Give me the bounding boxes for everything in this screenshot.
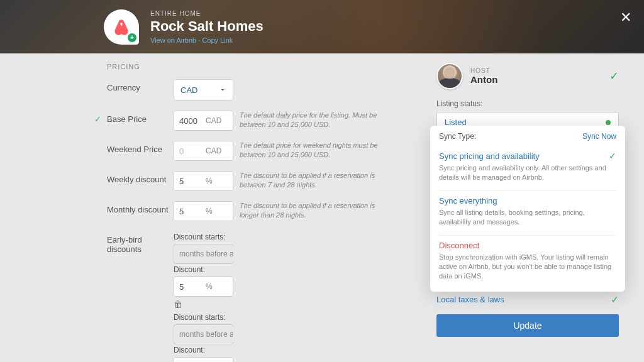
monthly-discount-label: Monthly discount xyxy=(97,201,174,214)
header-links: View on Airbnb · Copy Link xyxy=(150,36,264,44)
base-price-row: Base Price CAD The default daily price f… xyxy=(107,111,418,131)
base-price-label: Base Price xyxy=(97,111,174,124)
discount-starts-label-0: Discount starts: xyxy=(174,233,418,241)
base-price-input-group: CAD xyxy=(174,111,233,131)
host-avatar xyxy=(436,63,463,89)
early-bird-discount-group-1: % xyxy=(174,357,233,362)
discount-label-0: Discount: xyxy=(174,265,418,274)
host-label: HOST xyxy=(470,67,497,74)
early-bird-discount-group-0: % xyxy=(174,277,233,297)
early-bird-item-0: Discount starts: months before arrival D… xyxy=(174,233,418,309)
currency-label: Currency xyxy=(97,79,174,92)
sidebar-panel: HOST Anton ✓ Listing status: Listed Sync… xyxy=(436,63,644,362)
weekend-price-input[interactable] xyxy=(174,146,206,156)
currency-select[interactable]: CAD xyxy=(174,79,233,101)
status-dot-icon xyxy=(606,120,611,125)
host-name: Anton xyxy=(470,74,497,85)
base-price-suffix: CAD xyxy=(206,116,226,125)
weekend-price-row: Weekend Price CAD The default price for … xyxy=(107,141,418,161)
weekly-discount-suffix: % xyxy=(206,177,218,185)
close-icon[interactable]: ✕ xyxy=(620,9,631,26)
sync-type-popup: Sync Type: Sync Now Sync pricing and ava… xyxy=(430,126,625,292)
taxes-link-row: Local taxes & laws ✓ xyxy=(436,293,619,305)
host-block: HOST Anton ✓ xyxy=(436,63,619,89)
update-button[interactable]: Update xyxy=(436,314,619,337)
local-taxes-link[interactable]: Local taxes & laws xyxy=(436,295,504,304)
discount-starts-input-0[interactable]: months before arrival xyxy=(174,244,233,264)
weekly-discount-input[interactable] xyxy=(174,177,206,186)
early-bird-row: Early-bird discounts Discount starts: mo… xyxy=(107,231,418,362)
discount-starts-label-1: Discount starts: xyxy=(174,313,418,322)
header-text: ENTIRE HOME Rock Salt Homes View on Airb… xyxy=(150,10,264,44)
airbnb-icon xyxy=(113,18,130,36)
sync-option-pricing[interactable]: Sync pricing and availability✓ Sync pric… xyxy=(439,146,616,191)
weekend-price-suffix: CAD xyxy=(206,146,226,155)
content-area: PRICING Currency CAD Base Price CAD The … xyxy=(0,53,644,362)
check-icon: ✓ xyxy=(609,69,619,83)
monthly-discount-hint: The discount to be applied if a reservat… xyxy=(240,201,391,220)
sync-option-desc-2: Stop synchronization with iGMS. Your lis… xyxy=(439,253,616,282)
airbnb-logo-badge: + xyxy=(104,9,139,45)
weekend-price-input-group: CAD xyxy=(174,141,233,161)
chevron-down-icon xyxy=(219,86,226,94)
discount-label-1: Discount: xyxy=(174,346,418,354)
weekly-discount-input-group: % xyxy=(174,171,233,191)
sync-type-label: Sync Type: xyxy=(439,132,476,141)
monthly-discount-suffix: % xyxy=(206,207,218,216)
view-on-airbnb-link[interactable]: View on Airbnb xyxy=(150,36,196,44)
trash-icon-0[interactable]: 🗑 xyxy=(174,299,418,309)
check-icon: ✓ xyxy=(611,293,619,305)
monthly-discount-input-group: % xyxy=(174,201,233,221)
host-text: HOST Anton xyxy=(470,67,497,85)
listing-header: + ENTIRE HOME Rock Salt Homes View on Ai… xyxy=(0,0,644,53)
early-bird-discount-input-0[interactable] xyxy=(174,282,206,292)
sync-popup-header: Sync Type: Sync Now xyxy=(439,132,616,141)
sync-option-desc-1: Sync all listing details, booking settin… xyxy=(439,208,616,228)
weekend-price-hint: The default price for weekend nights mus… xyxy=(240,141,391,160)
early-bird-field: Discount starts: months before arrival D… xyxy=(174,231,418,362)
pricing-section-title: PRICING xyxy=(107,63,418,70)
sync-now-link[interactable]: Sync Now xyxy=(582,132,616,141)
base-price-hint: The default daily price for the listing.… xyxy=(240,111,391,129)
weekly-discount-hint: The discount to be applied if a reservat… xyxy=(240,171,391,190)
listing-name: Rock Salt Homes xyxy=(150,18,264,35)
base-price-input[interactable] xyxy=(174,116,206,126)
pricing-panel: PRICING Currency CAD Base Price CAD The … xyxy=(0,63,436,362)
sync-option-disconnect[interactable]: Disconnect Stop synchronization with iGM… xyxy=(439,236,616,289)
weekend-price-label: Weekend Price xyxy=(97,141,174,154)
monthly-discount-row: Monthly discount % The discount to be ap… xyxy=(107,201,418,221)
currency-value: CAD xyxy=(180,85,197,95)
listing-category: ENTIRE HOME xyxy=(150,10,264,17)
copy-link[interactable]: Copy Link xyxy=(202,36,233,44)
currency-row: Currency CAD xyxy=(107,79,418,101)
sync-option-title-1: Sync everything xyxy=(439,196,616,206)
weekly-discount-label: Weekly discount xyxy=(97,171,174,184)
sidebar-footer: Local taxes & laws ✓ Update xyxy=(436,293,619,337)
sync-option-everything[interactable]: Sync everything Sync all listing details… xyxy=(439,191,616,236)
early-bird-item-1: Discount starts: months before arrival D… xyxy=(174,313,418,362)
plus-badge-icon: + xyxy=(128,33,136,42)
sync-option-title-0: Sync pricing and availability✓ xyxy=(439,151,616,161)
weekly-discount-row: Weekly discount % The discount to be app… xyxy=(107,171,418,191)
monthly-discount-input[interactable] xyxy=(174,207,206,216)
sync-option-desc-0: Sync pricing and availability only. All … xyxy=(439,163,616,183)
listing-status-label: Listing status: xyxy=(436,99,619,108)
check-icon: ✓ xyxy=(609,151,616,161)
early-bird-label: Early-bird discounts xyxy=(97,231,174,254)
sync-option-title-2: Disconnect xyxy=(439,241,616,250)
discount-starts-input-1[interactable]: months before arrival xyxy=(174,324,233,344)
